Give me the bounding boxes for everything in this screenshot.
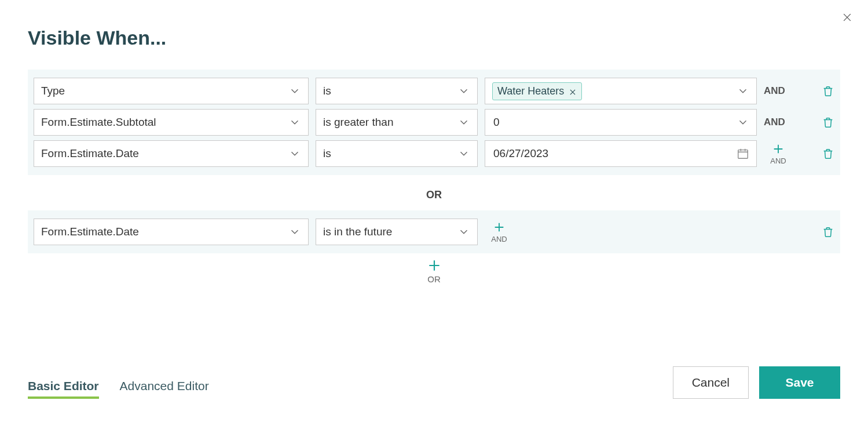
value-tag: Water Heaters xyxy=(492,82,582,100)
save-button[interactable]: Save xyxy=(759,366,840,399)
condition-row: Form.Estimate.Subtotal is greater than A… xyxy=(34,107,834,138)
operator-select[interactable]: is greater than xyxy=(316,109,478,136)
condition-row: Form.Estimate.Date is AND xyxy=(34,138,834,169)
dialog-title: Visible When... xyxy=(28,27,166,49)
condition-group: Type is Water Heaters AND Form.Estimate.… xyxy=(28,70,840,175)
dialog-footer: Basic Editor Advanced Editor Cancel Save xyxy=(28,366,840,399)
add-and-button[interactable]: AND xyxy=(485,221,514,243)
value-input-wrapper[interactable] xyxy=(485,109,757,136)
and-connector-label: AND xyxy=(764,85,793,97)
chevron-down-icon xyxy=(288,225,301,238)
field-select[interactable]: Type xyxy=(34,78,309,104)
calendar-icon[interactable] xyxy=(737,147,749,160)
chevron-down-icon xyxy=(288,85,301,97)
date-input-field[interactable] xyxy=(492,141,737,166)
operator-select-value: is xyxy=(323,147,331,160)
trash-icon[interactable] xyxy=(822,116,834,129)
condition-groups: Type is Water Heaters AND Form.Estimate.… xyxy=(28,70,840,284)
add-or-label: OR xyxy=(427,274,441,284)
field-select-value: Form.Estimate.Date xyxy=(41,225,139,238)
condition-row: Type is Water Heaters AND xyxy=(34,75,834,107)
field-select[interactable]: Form.Estimate.Subtotal xyxy=(34,109,309,136)
plus-icon xyxy=(772,143,785,155)
svg-rect-0 xyxy=(738,150,748,159)
operator-select-value: is greater than xyxy=(323,116,393,129)
add-and-button[interactable]: AND xyxy=(764,143,793,165)
field-select[interactable]: Form.Estimate.Date xyxy=(34,140,309,167)
plus-icon xyxy=(493,221,506,234)
tab-advanced-editor[interactable]: Advanced Editor xyxy=(120,379,209,399)
trash-icon[interactable] xyxy=(822,225,834,238)
editor-tabs: Basic Editor Advanced Editor xyxy=(28,379,209,399)
chevron-down-icon xyxy=(737,85,749,97)
chevron-down-icon xyxy=(288,147,301,160)
field-select-value: Form.Estimate.Date xyxy=(41,147,139,160)
close-icon[interactable] xyxy=(841,12,853,23)
value-input[interactable] xyxy=(492,110,737,135)
dialog-actions: Cancel Save xyxy=(673,366,840,399)
condition-group: Form.Estimate.Date is in the future AND xyxy=(28,210,840,253)
operator-select[interactable]: is in the future xyxy=(316,219,478,245)
chevron-down-icon xyxy=(457,147,470,160)
trash-icon[interactable] xyxy=(822,147,834,160)
trash-icon[interactable] xyxy=(822,85,834,97)
operator-select[interactable]: is xyxy=(316,78,478,104)
chevron-down-icon xyxy=(457,116,470,129)
remove-tag-icon[interactable] xyxy=(569,87,577,95)
operator-select-value: is in the future xyxy=(323,225,392,238)
chevron-down-icon xyxy=(737,116,749,129)
chevron-down-icon xyxy=(457,225,470,238)
field-select[interactable]: Form.Estimate.Date xyxy=(34,219,309,245)
add-or-button[interactable]: OR xyxy=(28,258,840,284)
field-select-value: Type xyxy=(41,85,65,97)
cancel-button[interactable]: Cancel xyxy=(673,366,749,399)
chevron-down-icon xyxy=(288,116,301,129)
operator-select[interactable]: is xyxy=(316,140,478,167)
plus-icon xyxy=(427,258,442,273)
or-separator: OR xyxy=(28,180,840,210)
chevron-down-icon xyxy=(457,85,470,97)
field-select-value: Form.Estimate.Subtotal xyxy=(41,116,156,129)
condition-row: Form.Estimate.Date is in the future AND xyxy=(34,216,834,248)
and-connector-label: AND xyxy=(764,117,793,128)
operator-select-value: is xyxy=(323,85,331,97)
value-date-input[interactable] xyxy=(485,140,757,167)
value-tag-select[interactable]: Water Heaters xyxy=(485,78,757,104)
add-and-label: AND xyxy=(770,157,786,165)
value-tag-label: Water Heaters xyxy=(497,85,564,97)
add-and-label: AND xyxy=(491,235,507,243)
tab-basic-editor[interactable]: Basic Editor xyxy=(28,379,99,399)
